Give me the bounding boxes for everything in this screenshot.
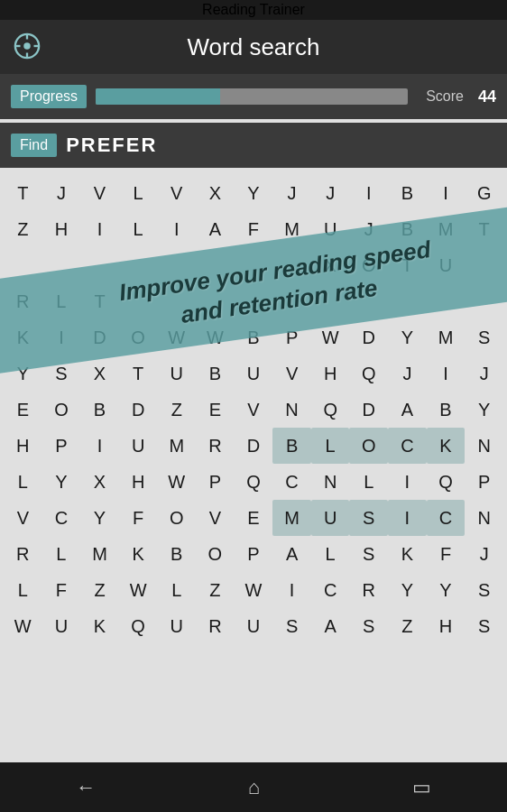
grid-cell[interactable]: W — [311, 319, 350, 355]
grid-cell[interactable] — [465, 283, 503, 319]
grid-cell[interactable] — [427, 283, 466, 319]
grid-cell[interactable]: X — [196, 175, 235, 211]
grid-cell[interactable]: K — [4, 319, 42, 355]
grid-cell[interactable]: W — [157, 464, 196, 500]
grid-cell[interactable] — [272, 283, 311, 319]
grid-cell[interactable]: K — [427, 428, 466, 464]
grid-cell[interactable]: O — [349, 247, 388, 283]
grid-cell[interactable]: M — [427, 211, 466, 247]
grid-cell[interactable]: A — [196, 211, 235, 247]
grid-cell[interactable]: Y — [4, 355, 42, 392]
grid-cell[interactable]: X — [80, 355, 119, 392]
grid-cell[interactable] — [349, 283, 388, 319]
grid-cell[interactable]: S — [272, 608, 311, 644]
grid-cell[interactable]: U — [157, 608, 196, 644]
grid-cell[interactable]: I — [388, 464, 427, 500]
grid-cell[interactable]: I — [80, 211, 119, 247]
grid-cell[interactable]: T — [465, 211, 503, 247]
grid-cell[interactable]: L — [311, 428, 350, 464]
grid-cell[interactable]: H — [4, 428, 42, 464]
grid-cell[interactable]: S — [349, 500, 388, 536]
grid-cell[interactable]: Z — [80, 572, 119, 608]
grid-cell[interactable]: H — [42, 211, 81, 247]
grid-cell[interactable]: D — [349, 319, 388, 355]
grid-cell[interactable]: G — [465, 175, 503, 211]
grid-cell[interactable]: X — [80, 464, 119, 500]
grid-cell[interactable]: V — [196, 500, 235, 536]
grid-cell[interactable]: L — [42, 283, 81, 319]
grid-cell[interactable]: E — [4, 392, 42, 428]
grid-cell[interactable]: C — [272, 464, 311, 500]
grid-cell[interactable]: B — [80, 392, 119, 428]
grid-cell[interactable]: I — [272, 572, 311, 608]
menu-icon[interactable] — [14, 32, 42, 61]
grid-cell[interactable]: H — [311, 355, 350, 392]
grid-cell[interactable]: S — [42, 355, 81, 392]
grid-cell[interactable]: B — [196, 355, 235, 392]
grid-cell[interactable]: P — [272, 319, 311, 355]
grid-cell[interactable]: I — [42, 319, 81, 355]
grid-cell[interactable]: W — [157, 319, 196, 355]
grid-cell[interactable]: Y — [235, 175, 273, 211]
grid-cell[interactable]: Q — [311, 392, 350, 428]
grid-cell[interactable]: L — [4, 572, 42, 608]
grid-cell[interactable] — [119, 247, 158, 283]
grid-cell[interactable]: C — [388, 428, 427, 464]
grid-cell[interactable]: Z — [4, 211, 42, 247]
grid-cell[interactable]: A — [388, 392, 427, 428]
grid-cell[interactable]: W — [119, 572, 158, 608]
grid-cell[interactable]: U — [311, 500, 350, 536]
grid-cell[interactable]: D — [119, 392, 158, 428]
grid-cell[interactable]: S — [465, 572, 503, 608]
grid-cell[interactable] — [196, 247, 235, 283]
grid-cell[interactable]: C — [311, 572, 350, 608]
grid-cell[interactable] — [311, 283, 350, 319]
grid-cell[interactable]: I — [157, 211, 196, 247]
grid-cell[interactable]: E — [196, 392, 235, 428]
grid-cell[interactable]: F — [119, 500, 158, 536]
grid-cell[interactable]: O — [157, 500, 196, 536]
grid-cell[interactable]: Y — [388, 319, 427, 355]
grid-cell[interactable]: W — [235, 572, 273, 608]
grid-cell[interactable]: T — [119, 355, 158, 392]
grid-cell[interactable] — [272, 247, 311, 283]
grid-cell[interactable]: C — [427, 500, 466, 536]
grid-cell[interactable]: L — [349, 464, 388, 500]
grid-cell[interactable]: X — [311, 247, 350, 283]
grid-cell[interactable]: O — [196, 536, 235, 572]
grid-cell[interactable]: M — [157, 428, 196, 464]
grid-cell[interactable]: S — [465, 608, 503, 644]
grid-cell[interactable]: S — [465, 319, 503, 355]
grid-cell[interactable]: H — [427, 608, 466, 644]
grid-cell[interactable]: V — [235, 392, 273, 428]
grid-cell[interactable]: N — [272, 392, 311, 428]
grid-cell[interactable]: J — [311, 175, 350, 211]
grid-cell[interactable]: D — [235, 428, 273, 464]
grid-cell[interactable]: L — [119, 211, 158, 247]
grid-cell[interactable]: P — [196, 464, 235, 500]
grid-cell[interactable]: J — [465, 355, 503, 392]
grid-cell[interactable]: U — [157, 355, 196, 392]
grid-cell[interactable]: B — [388, 175, 427, 211]
grid-cell[interactable]: M — [272, 500, 311, 536]
grid-cell[interactable] — [157, 283, 196, 319]
grid-cell[interactable]: B — [235, 319, 273, 355]
grid-cell[interactable]: U — [427, 247, 466, 283]
grid-cell[interactable]: K — [388, 536, 427, 572]
grid-cell[interactable]: T — [4, 175, 42, 211]
grid-cell[interactable]: B — [388, 211, 427, 247]
grid-cell[interactable]: F — [427, 536, 466, 572]
grid-cell[interactable]: Y — [42, 464, 81, 500]
grid-cell[interactable]: U — [235, 608, 273, 644]
grid-cell[interactable]: R — [4, 536, 42, 572]
grid-cell[interactable] — [465, 247, 503, 283]
grid-cell[interactable]: J — [42, 175, 81, 211]
grid-cell[interactable]: V — [4, 500, 42, 536]
grid-cell[interactable]: R — [196, 608, 235, 644]
grid-cell[interactable]: U — [119, 428, 158, 464]
grid-cell[interactable]: Y — [427, 572, 466, 608]
grid-cell[interactable]: V — [272, 355, 311, 392]
grid-cell[interactable]: L — [311, 536, 350, 572]
grid-cell[interactable]: B — [427, 392, 466, 428]
grid-cell[interactable]: O — [42, 392, 81, 428]
